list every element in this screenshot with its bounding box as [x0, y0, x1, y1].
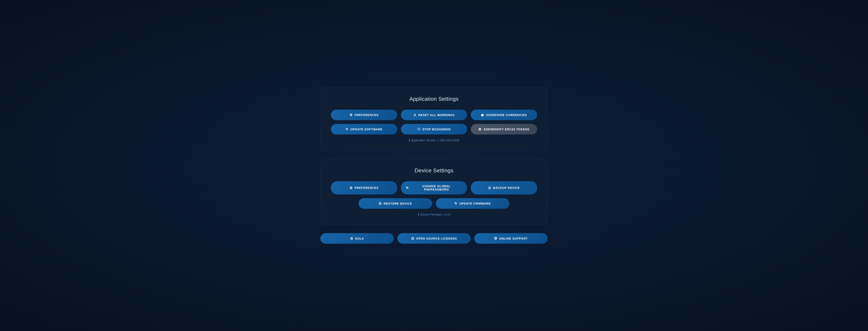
device-preferences-button[interactable]: ⚙ PREFERENCES — [331, 181, 397, 194]
device-settings-row1: ⚙ PREFERENCES ✎ CHANGE GLOBAL PIN/PASSWO… — [331, 181, 537, 194]
eula-label: EULA — [355, 237, 364, 240]
info-icon: ℹ — [409, 138, 410, 142]
add-modify-erc20-button[interactable]: ⊞ ADD/MODIFY ERC20 TOKENS — [471, 124, 537, 135]
restore-icon: ⊟ — [379, 201, 381, 205]
scale-icon-2: ⚖ — [411, 237, 414, 240]
device-version-info: ℹ Device Firmware: 1.2.6 — [331, 213, 537, 216]
device-settings-title: Device Settings — [331, 167, 537, 174]
online-support-button[interactable]: ✪ Online Support — [474, 233, 548, 244]
eula-button[interactable]: ⚖ EULA — [320, 233, 394, 244]
refresh-icon-2: ↻ — [455, 201, 457, 205]
device-preferences-label: PREFERENCES — [354, 186, 379, 190]
app-version-info: ℹ Application Version: 1.206.2019.0408 — [331, 138, 537, 142]
group-icon: ⚇ — [417, 127, 421, 131]
restore-device-button[interactable]: ⊟ RESTORE DEVICE — [359, 198, 432, 209]
edit-icon: ✎ — [406, 186, 409, 190]
eye-icon: ◉ — [481, 113, 484, 117]
reset-warnings-button[interactable]: ⚠ RESET ALL WARNINGS — [401, 110, 467, 120]
preferences-button[interactable]: ⚙ PREFERENCES — [331, 110, 397, 120]
app-version-label: Application Version: 1.206.2019.0408 — [411, 139, 459, 142]
change-pin-button[interactable]: ✎ CHANGE GLOBAL PIN/PASSWORD — [401, 181, 467, 194]
backup-icon: ⊡ — [488, 186, 491, 190]
warning-icon: ⚠ — [413, 113, 416, 117]
preferences-label: PREFERENCES — [354, 113, 379, 117]
device-version-label: Device Firmware: 1.2.6 — [421, 213, 450, 216]
page-wrapper: Application Settings ⚙ PREFERENCES ⚠ RES… — [320, 87, 548, 244]
globe-icon: ✪ — [494, 237, 497, 240]
backup-label: BACKUP DEVICE — [493, 186, 520, 190]
change-pin-label: CHANGE GLOBAL PIN/PASSWORD — [411, 185, 462, 191]
reset-warnings-label: RESET ALL WARNINGS — [418, 113, 455, 117]
open-source-label: Open Source Licenses — [416, 237, 457, 240]
app-settings-button-grid: ⚙ PREFERENCES ⚠ RESET ALL WARNINGS ◉ SHO… — [331, 110, 537, 135]
open-source-button[interactable]: ⚖ Open Source Licenses — [397, 233, 471, 244]
footer-buttons: ⚖ EULA ⚖ Open Source Licenses ✪ Online S… — [320, 233, 548, 244]
stop-bcdaemon-button[interactable]: ⚇ STOP BCDAEMON — [401, 124, 467, 135]
gear-icon-2: ⚙ — [349, 186, 352, 190]
show-hide-currencies-button[interactable]: ◉ SHOW/HIDE CURRENCIES — [471, 110, 537, 120]
backup-device-button[interactable]: ⊡ BACKUP DEVICE — [471, 181, 537, 194]
info-icon-2: ℹ — [418, 213, 419, 216]
restore-label: RESTORE DEVICE — [383, 202, 412, 205]
gear-icon: ⚙ — [349, 113, 352, 117]
update-software-button[interactable]: ↻ UPDATE SOFTWARE — [331, 124, 397, 135]
show-hide-label: SHOW/HIDE CURRENCIES — [486, 113, 527, 117]
refresh-icon: ↻ — [345, 127, 348, 131]
stop-bcdaemon-label: STOP BCDAEMON — [423, 128, 451, 131]
update-firmware-label: UPDATE FIRMWARE — [459, 202, 491, 205]
device-settings-card: Device Settings ⚙ PREFERENCES ✎ CHANGE G… — [320, 159, 548, 225]
device-settings-row2: ⊟ RESTORE DEVICE ↻ UPDATE FIRMWARE — [359, 198, 509, 209]
app-settings-title: Application Settings — [331, 96, 537, 102]
update-firmware-button[interactable]: ↻ UPDATE FIRMWARE — [436, 198, 509, 209]
update-software-label: UPDATE SOFTWARE — [350, 128, 382, 131]
add-modify-label: ADD/MODIFY ERC20 TOKENS — [484, 128, 529, 131]
app-settings-card: Application Settings ⚙ PREFERENCES ⚠ RES… — [320, 87, 548, 150]
doc-icon: ⊞ — [478, 127, 481, 131]
scale-icon: ⚖ — [350, 237, 353, 240]
online-support-label: Online Support — [499, 237, 528, 240]
